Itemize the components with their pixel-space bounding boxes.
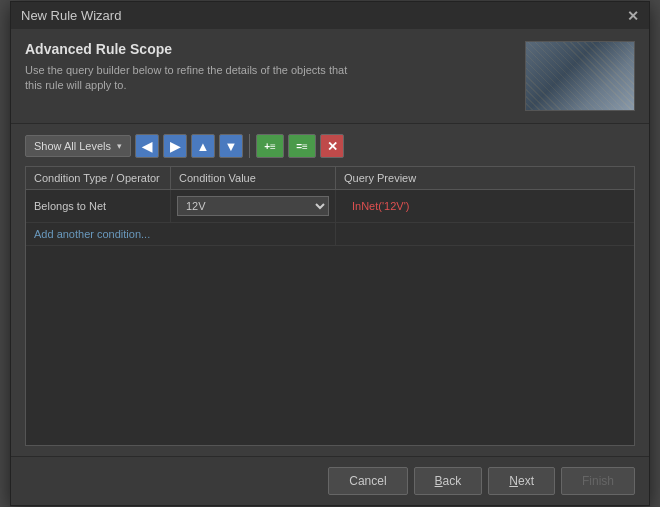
toolbar: Show All Levels ▾ ◀ ▶ ▲ ▼ +≡ =≡ ✕ — [25, 134, 635, 158]
condition-type-cell: Belongs to Net — [26, 190, 171, 222]
move-right-button[interactable]: ▶ — [163, 134, 187, 158]
col-header-query-preview: Query Preview — [336, 167, 634, 189]
header-section: Advanced Rule Scope Use the query builde… — [11, 29, 649, 124]
header-description: Use the query builder below to refine th… — [25, 63, 515, 94]
close-button[interactable]: ✕ — [627, 9, 639, 23]
col-header-condition-value: Condition Value — [171, 167, 336, 189]
add-condition-row: Add another condition... — [26, 223, 634, 246]
condition-value-cell: 12V GND VCC — [171, 190, 336, 222]
footer: Cancel Back Next Finish — [11, 456, 649, 505]
table-row: Belongs to Net 12V GND VCC InNet('12V') — [26, 190, 634, 223]
add-and-button[interactable]: +≡ — [256, 134, 284, 158]
back-label: Back — [435, 474, 462, 488]
back-button[interactable]: Back — [414, 467, 483, 495]
next-button[interactable]: Next — [488, 467, 555, 495]
add-condition-label: Add another condition... — [34, 228, 150, 240]
header-image — [525, 41, 635, 111]
title-bar: New Rule Wizard ✕ — [11, 2, 649, 29]
add-condition-cell[interactable]: Add another condition... — [26, 223, 171, 245]
conditions-table: Condition Type / Operator Condition Valu… — [25, 166, 635, 446]
finish-button: Finish — [561, 467, 635, 495]
chevron-down-icon: ▾ — [117, 141, 122, 151]
delete-condition-button[interactable]: ✕ — [320, 134, 344, 158]
toolbar-separator — [249, 134, 250, 158]
header-title: Advanced Rule Scope — [25, 41, 515, 57]
query-preview-cell: InNet('12V') — [336, 190, 634, 222]
move-up-button[interactable]: ▲ — [191, 134, 215, 158]
col-header-condition-type: Condition Type / Operator — [26, 167, 171, 189]
condition-type-label: Belongs to Net — [34, 200, 106, 212]
dialog-title: New Rule Wizard — [21, 8, 121, 23]
content-area: Show All Levels ▾ ◀ ▶ ▲ ▼ +≡ =≡ ✕ Condit… — [11, 124, 649, 456]
move-left-button[interactable]: ◀ — [135, 134, 159, 158]
add-condition-query-empty — [336, 223, 634, 245]
header-text: Advanced Rule Scope Use the query builde… — [25, 41, 515, 94]
condition-value-select[interactable]: 12V GND VCC — [177, 196, 329, 216]
next-label: Next — [509, 474, 534, 488]
add-condition-value-empty — [171, 223, 336, 245]
cancel-button[interactable]: Cancel — [328, 467, 407, 495]
dropdown-label: Show All Levels — [34, 140, 111, 152]
add-or-button[interactable]: =≡ — [288, 134, 316, 158]
query-preview-text: InNet('12V') — [344, 195, 417, 217]
dialog-window: New Rule Wizard ✕ Advanced Rule Scope Us… — [10, 1, 650, 506]
move-down-button[interactable]: ▼ — [219, 134, 243, 158]
table-header: Condition Type / Operator Condition Valu… — [26, 167, 634, 190]
show-all-levels-dropdown[interactable]: Show All Levels ▾ — [25, 135, 131, 157]
